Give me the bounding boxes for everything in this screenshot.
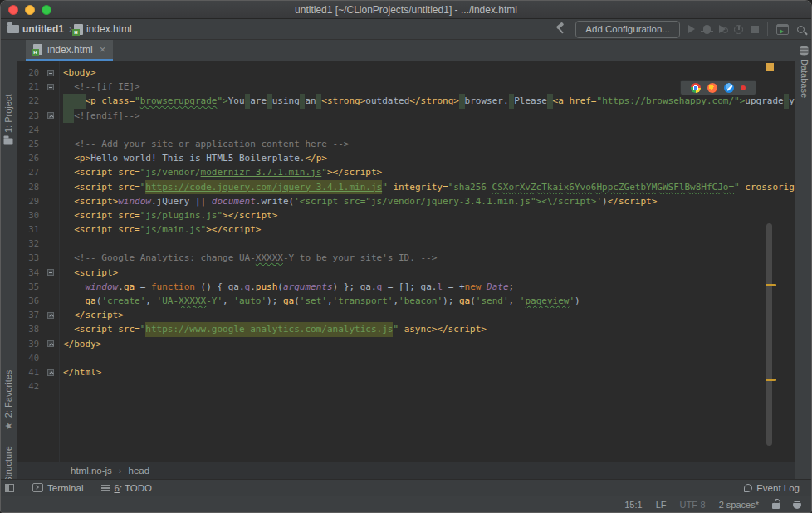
code-line-31[interactable]: 31 <script src="js/main.js"></script>	[17, 222, 795, 237]
code-line-38[interactable]: 38 <script src="https://www.google-analy…	[17, 322, 795, 336]
stop-icon[interactable]	[751, 26, 759, 33]
line-number[interactable]: 32	[17, 237, 39, 251]
caret-position[interactable]: 15:1	[624, 500, 642, 510]
code-line-26[interactable]: 26 <p>Hello world! This is HTML5 Boilerp…	[17, 151, 795, 165]
fold-marker[interactable]	[39, 337, 59, 351]
tab-close-icon[interactable]: ×	[100, 43, 106, 56]
line-number[interactable]: 27	[17, 165, 39, 179]
minimize-window-button[interactable]	[25, 5, 35, 15]
line-number[interactable]: 22	[17, 94, 39, 108]
line-number[interactable]: 42	[17, 379, 39, 393]
code-line-22[interactable]: 22 <p class="browserupgrade">You are usi…	[17, 94, 795, 108]
run-icon[interactable]	[688, 25, 695, 33]
warning-stripe-mark[interactable]	[766, 379, 776, 381]
zoom-window-button[interactable]	[42, 5, 51, 15]
code-line-24[interactable]: 24	[17, 123, 795, 137]
coverage-icon[interactable]	[734, 25, 743, 34]
line-number[interactable]: 21	[17, 80, 39, 94]
code-line-32[interactable]: 32	[17, 237, 795, 251]
inspection-profile-icon[interactable]	[793, 501, 801, 509]
line-number[interactable]: 39	[17, 337, 39, 351]
line-separator-indicator[interactable]: LF	[656, 500, 667, 510]
debug-icon[interactable]	[703, 25, 711, 34]
code-line-40[interactable]: 40	[17, 351, 795, 365]
code-line-37[interactable]: 37 </script>	[17, 308, 795, 322]
fold-marker[interactable]	[39, 308, 59, 322]
code-line-35[interactable]: 35 window.ga = function () { ga.q.push(a…	[17, 280, 795, 294]
code-line-41[interactable]: 41</html>	[17, 365, 795, 379]
toolbar-breadcrumb-project[interactable]: untitled1	[22, 23, 64, 35]
fold-gutter	[39, 251, 59, 265]
todo-tool-button[interactable]: 6: TODO	[101, 483, 152, 493]
line-number[interactable]: 29	[17, 194, 39, 208]
tool-window-switcher-icon[interactable]	[5, 484, 14, 492]
line-number[interactable]: 24	[17, 123, 39, 137]
add-configuration-button[interactable]: Add Configuration...	[575, 21, 680, 38]
line-number[interactable]: 20	[17, 66, 39, 80]
warning-stripe-mark[interactable]	[766, 284, 776, 286]
code-line-21[interactable]: 21 <!--[if IE]>	[17, 80, 795, 94]
inspection-status-indicator[interactable]	[766, 63, 774, 71]
code-token: window	[86, 280, 119, 294]
line-number[interactable]: 30	[17, 208, 39, 222]
code-line-23[interactable]: 23 <![endif]-->	[17, 109, 795, 123]
code-line-42[interactable]: 42	[17, 379, 795, 393]
build-hammer-icon[interactable]	[554, 22, 567, 36]
indent-indicator[interactable]: 2 spaces*	[719, 500, 759, 510]
close-window-button[interactable]	[8, 5, 18, 15]
code-text: <script src="https://www.google-analytic…	[59, 322, 795, 336]
line-number[interactable]: 23	[17, 109, 39, 123]
event-log-button[interactable]: Event Log	[744, 483, 800, 493]
code-token: = +	[443, 280, 465, 294]
unlock-icon[interactable]	[772, 503, 780, 509]
profiler-icon[interactable]	[719, 25, 726, 33]
sidebar-item-project[interactable]: 1: Project	[3, 95, 13, 146]
line-number[interactable]: 34	[17, 266, 39, 280]
line-number[interactable]: 38	[17, 322, 39, 336]
toolbar-breadcrumb-file[interactable]: index.html	[86, 23, 132, 35]
line-number[interactable]: 41	[17, 365, 39, 379]
code-token: ></script>	[327, 165, 382, 179]
line-number[interactable]: 35	[17, 280, 39, 294]
opera-icon[interactable]	[741, 86, 746, 90]
code-line-39[interactable]: 39</body>	[17, 337, 795, 351]
terminal-tool-button[interactable]: Terminal	[32, 483, 83, 493]
breadcrumb-head[interactable]: head	[129, 466, 150, 476]
line-number[interactable]: 31	[17, 222, 39, 237]
encoding-indicator[interactable]: UTF-8	[680, 500, 706, 510]
code-line-20[interactable]: 20<body>	[17, 66, 795, 80]
line-number[interactable]: 33	[17, 251, 39, 265]
fold-gutter	[39, 180, 59, 194]
fold-marker[interactable]	[39, 80, 59, 94]
safari-icon[interactable]	[724, 83, 734, 93]
line-number[interactable]: 37	[17, 308, 39, 322]
code-editor[interactable]: 20<body>21 <!--[if IE]>22 <p class="brow…	[17, 61, 795, 462]
chrome-icon[interactable]	[691, 83, 701, 93]
code-line-29[interactable]: 29 <script>window.jQuery || document.wri…	[17, 194, 795, 208]
code-line-30[interactable]: 30 <script src="js/plugins.js"></script>	[17, 208, 795, 222]
fold-marker[interactable]	[39, 266, 59, 280]
code-line-25[interactable]: 25 <!-- Add your site or application con…	[17, 137, 795, 151]
fold-marker[interactable]	[39, 66, 59, 80]
code-line-34[interactable]: 34 <script>	[17, 266, 795, 280]
line-number[interactable]: 26	[17, 151, 39, 165]
fold-marker[interactable]	[39, 109, 59, 123]
line-number[interactable]: 28	[17, 180, 39, 194]
search-everywhere-icon[interactable]	[797, 26, 805, 33]
tab-index-html[interactable]: index.html ×	[26, 40, 113, 61]
line-number[interactable]: 36	[17, 294, 39, 308]
run-tool-window-icon[interactable]	[776, 24, 789, 35]
sidebar-item-database[interactable]: Database	[800, 46, 810, 98]
line-number[interactable]: 40	[17, 351, 39, 365]
code-line-27[interactable]: 27 <script src="js/vendor/modernizr-3.7.…	[17, 165, 795, 179]
editor-scrollbar[interactable]	[766, 223, 772, 446]
breadcrumb-html-nojs[interactable]: html.no-js	[71, 466, 112, 476]
title-bar[interactable]: untitled1 [~/CLionProjects/untitled1] - …	[1, 1, 811, 19]
firefox-icon[interactable]	[707, 83, 717, 93]
fold-marker[interactable]	[39, 365, 59, 379]
code-line-36[interactable]: 36 ga('create', 'UA-XXXXX-Y', 'auto'); g…	[17, 294, 795, 308]
code-line-28[interactable]: 28 <script src="https://code.jquery.com/…	[17, 180, 795, 194]
line-number[interactable]: 25	[17, 137, 39, 151]
sidebar-item-favorites[interactable]: ★ 2: Favorites	[3, 370, 13, 430]
code-line-33[interactable]: 33 <!-- Google Analytics: change UA-XXXX…	[17, 251, 795, 265]
